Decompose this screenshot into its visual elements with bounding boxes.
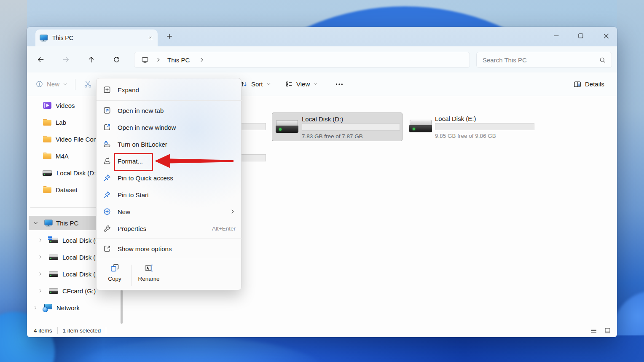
menu-item-turn-on-bitlocker[interactable]: Turn on BitLocker [99,136,240,153]
drive-icon [49,255,58,260]
view-button[interactable]: View [285,72,318,96]
up-icon[interactable] [86,54,96,64]
format-drive-icon [103,157,111,165]
drive-icon [49,288,58,294]
menu-separator [97,259,242,259]
drive-icon [43,170,52,176]
view-label: View [296,80,310,88]
tab-close-icon[interactable] [148,35,153,41]
menu-item-show-more-options[interactable]: Show more options [99,240,240,257]
plus-circle-icon [35,80,43,88]
chevron-right-icon[interactable] [38,238,43,243]
drive-free-space: 9.85 GB free of 9.86 GB [435,133,496,139]
tab-this-pc[interactable]: This PC [35,29,158,46]
forward-icon[interactable] [61,54,71,64]
chevron-down-icon [63,82,67,86]
search-icon[interactable] [599,56,606,64]
breadcrumb-this-pc[interactable]: This PC [167,56,190,64]
search-box[interactable] [476,52,612,68]
open-in-new-window-icon [103,123,111,131]
network-icon [43,304,52,311]
sidebar-scrollbar[interactable] [121,290,123,324]
chevron-right-icon[interactable] [38,288,43,293]
submenu-chevron-icon [230,209,236,215]
system-drive-icon [49,238,58,243]
chevron-down-icon [313,82,318,86]
desktop: This PC [0,0,644,362]
capacity-bar [435,123,534,130]
search-input[interactable] [477,56,599,64]
list-view-icon[interactable] [590,327,597,334]
chevron-right-icon[interactable] [33,305,38,310]
selection-count: 1 item selected [63,327,101,334]
menu-item-open-in-new-tab[interactable]: Open in new tab [99,102,240,119]
menu-item-open-in-new-window[interactable]: Open in new window [99,119,240,136]
details-label: Details [585,80,604,88]
new-tab-button[interactable] [165,32,174,40]
bitlocker-lock-icon [103,140,111,148]
folder-icon [43,153,51,160]
item-count: 4 items [34,327,52,334]
see-more-button[interactable] [335,72,344,96]
navigation-bar: This PC [27,46,617,72]
cut-button[interactable] [83,72,92,96]
this-pc-icon [40,35,48,41]
copy-icon [110,263,120,273]
new-button[interactable]: New [35,72,67,96]
expand-icon [103,86,111,94]
drive-tile-local-disk-e[interactable]: Local Disk (E:) 9.85 GB free of 9.86 GB [405,113,537,141]
menu-separator [97,239,242,239]
drive-free-space: 7.83 GB free of 7.87 GB [302,133,363,139]
status-bar: 4 items 1 item selected [27,324,617,337]
annotation-arrow [153,152,238,171]
close-button[interactable] [596,27,616,45]
chevron-right-icon[interactable] [38,271,43,276]
status-divider [57,327,58,334]
menu-item-properties[interactable]: Properties Alt+Enter [99,220,240,237]
folder-icon [43,186,51,193]
show-more-options-icon [103,244,111,253]
details-button[interactable]: Details [573,72,604,96]
menu-item-new[interactable]: New [99,203,240,220]
capacity-bar [302,123,400,131]
status-divider [106,327,106,334]
menu-item-expand[interactable]: Expand [99,81,240,99]
copy-button[interactable]: Copy [102,263,127,282]
drive-tile-local-disk-d[interactable]: Local Disk (D:) 7.83 GB free of 7.87 GB [272,113,402,141]
menu-separator [97,100,242,101]
pin-icon [103,174,111,182]
sort-button[interactable]: Sort [240,72,271,96]
maximize-button[interactable] [571,27,590,45]
sidebar-item-network[interactable]: Network [27,300,123,315]
rename-button[interactable]: Rename [135,263,162,282]
menu-item-pin-to-quick-access[interactable]: Pin to Quick access [99,169,240,186]
annotation-highlight-box [114,153,153,171]
breadcrumb-chevron-icon[interactable] [199,57,205,63]
new-label: New [47,80,59,88]
view-icon [285,80,293,88]
drive-icon [49,271,58,277]
ellipsis-icon [335,80,344,89]
sort-label: Sort [251,80,263,88]
pin-icon [103,190,111,199]
context-menu: Expand Open in new tab Open in new windo… [96,78,241,290]
file-explorer-window: This PC [27,27,617,337]
refresh-icon[interactable] [111,54,121,64]
large-icons-view-icon[interactable] [604,327,611,334]
footer-divider [131,265,131,286]
address-bar[interactable]: This PC [134,52,470,68]
tab-title: This PC [52,35,148,41]
minimize-button[interactable] [547,27,566,45]
wrench-icon [103,224,111,233]
breadcrumb-chevron-icon[interactable] [156,57,161,63]
chevron-right-icon[interactable] [38,255,43,260]
toolbar-divider [75,79,75,90]
shortcut-label: Alt+Enter [212,225,236,232]
details-pane-icon [573,80,582,88]
drive-icon [276,120,298,133]
back-icon[interactable] [35,54,46,64]
chevron-down-icon[interactable] [33,220,38,226]
title-bar: This PC [27,27,617,46]
chevron-down-icon [266,82,271,86]
menu-item-pin-to-start[interactable]: Pin to Start [99,186,240,203]
